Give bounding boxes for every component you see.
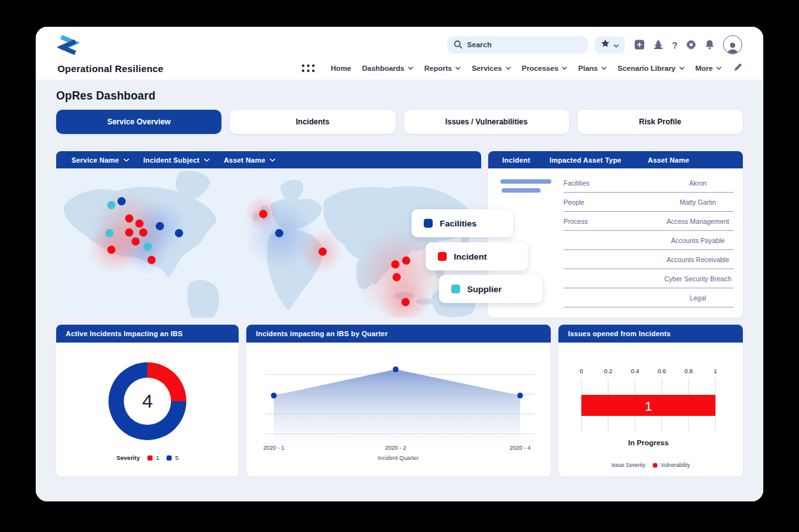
bottom-panels-row: Active Incidents Impacting an IBS 4 Seve… bbox=[56, 325, 743, 477]
filter-service-name[interactable]: Service Name bbox=[71, 156, 130, 164]
map-marker-incident[interactable] bbox=[107, 246, 116, 254]
vulnerability-label: Vulnerability bbox=[661, 462, 690, 468]
favorites-button[interactable] bbox=[595, 36, 625, 54]
area-point[interactable] bbox=[393, 367, 399, 373]
axis-tick: 0.8 bbox=[684, 367, 692, 374]
tab-service-overview[interactable]: Service Overview bbox=[56, 110, 221, 134]
nav-item-plans[interactable]: Plans bbox=[578, 64, 607, 72]
chevron-down-icon bbox=[613, 39, 619, 50]
map-marker-supplier[interactable] bbox=[105, 229, 114, 237]
map-marker-incident[interactable] bbox=[259, 210, 267, 218]
map-legend-incident[interactable]: Incident bbox=[426, 242, 528, 270]
impact-tree-icon[interactable] bbox=[653, 40, 664, 50]
tab-risk-profile[interactable]: Risk Profile bbox=[578, 110, 743, 134]
map-marker-incident[interactable] bbox=[131, 237, 140, 246]
issues-bar-chart: 0 0.2 0.4 0.6 0.8 1 1 In bbox=[558, 343, 740, 452]
asset-name-cell: Access Management bbox=[662, 218, 734, 225]
dashboard-tabs: Service Overview Incidents Issues / Vuln… bbox=[56, 110, 743, 134]
map-marker-incident[interactable] bbox=[125, 228, 133, 237]
map-marker-incident[interactable] bbox=[402, 256, 410, 265]
map-marker-incident[interactable] bbox=[391, 260, 400, 269]
table-row[interactable]: ProcessAccess Management bbox=[564, 212, 734, 231]
nav-item-reports[interactable]: Reports bbox=[424, 64, 461, 72]
area-point[interactable] bbox=[271, 393, 277, 399]
severity-1-label: 1 bbox=[156, 454, 159, 461]
table-row[interactable]: FacilitiesAkron bbox=[564, 174, 734, 193]
severity-5-swatch bbox=[167, 455, 172, 461]
severity-1-swatch bbox=[147, 455, 153, 461]
area-point[interactable] bbox=[518, 393, 523, 399]
nav-item-more[interactable]: More bbox=[696, 64, 722, 72]
asset-name-cell: Accounts Payable bbox=[662, 237, 734, 244]
page-title: OpRes Dashboard bbox=[56, 80, 743, 103]
map-marker-incident[interactable] bbox=[401, 298, 410, 306]
nav-item-services[interactable]: Services bbox=[472, 64, 511, 72]
incidents-by-quarter-title: Incidents impacting an IBS by Quarter bbox=[246, 325, 551, 343]
app-title: Operational Resilience bbox=[57, 63, 163, 74]
search-input[interactable] bbox=[467, 41, 581, 48]
bell-icon[interactable] bbox=[705, 40, 715, 50]
help-icon[interactable]: ? bbox=[672, 40, 678, 50]
axis-tick: 1 bbox=[713, 367, 717, 374]
donut-legend: Severity 1 5 bbox=[56, 454, 239, 461]
table-row[interactable]: Accounts Receivable bbox=[564, 250, 734, 269]
map-marker-facility[interactable] bbox=[275, 229, 283, 237]
map-marker-incident[interactable] bbox=[318, 248, 327, 256]
axis-tick: 0 bbox=[579, 367, 583, 374]
tab-issues-vulnerabilities[interactable]: Issues / Vulnerabilities bbox=[404, 110, 569, 134]
asset-name-cell: Legal bbox=[662, 294, 734, 302]
user-avatar[interactable] bbox=[723, 35, 742, 54]
search-box bbox=[447, 36, 588, 54]
issues-legend-title: Issue Severity bbox=[611, 462, 645, 468]
map-marker-incident[interactable] bbox=[125, 214, 133, 223]
nav-item-dashboards[interactable]: Dashboards bbox=[362, 64, 413, 72]
asset-type-cell: People bbox=[564, 198, 662, 206]
supplier-legend-label: Supplier bbox=[467, 284, 502, 294]
map-marker-incident[interactable] bbox=[139, 228, 147, 237]
map-marker-incident[interactable] bbox=[147, 256, 156, 264]
map-marker-supplier[interactable] bbox=[144, 242, 152, 251]
filter-asset-name[interactable]: Asset Name bbox=[224, 156, 276, 164]
gear-icon[interactable] bbox=[686, 40, 696, 50]
donut-center-value: 4 bbox=[142, 390, 153, 412]
column-header-impacted-asset-type: Impacted Asset Type bbox=[549, 156, 648, 164]
app-window: Operational Resilience bbox=[36, 27, 763, 501]
donut-legend-title: Severity bbox=[116, 454, 140, 461]
table-row[interactable]: PeopleMatty Gartin bbox=[564, 193, 734, 212]
issues-legend: Issue Severity Vulnerability bbox=[558, 462, 743, 468]
map-marker-facility[interactable] bbox=[156, 222, 164, 230]
supplier-swatch bbox=[451, 284, 460, 293]
map-marker-incident[interactable] bbox=[135, 219, 144, 228]
x-axis-title: Incident Quarter bbox=[378, 455, 419, 461]
map-marker-facility[interactable] bbox=[117, 197, 126, 205]
map-legend-supplier[interactable]: Supplier bbox=[439, 275, 542, 303]
app-grid-icon[interactable] bbox=[302, 64, 315, 72]
nav-item-home[interactable]: Home bbox=[331, 64, 351, 72]
table-row[interactable]: Cyber Security Breach bbox=[564, 269, 734, 288]
table-row[interactable]: Accounts Payable bbox=[564, 231, 734, 250]
world-map bbox=[56, 168, 481, 318]
x-tick-label: 2020 - 2 bbox=[385, 445, 406, 451]
severity-5-label: 5 bbox=[175, 454, 178, 461]
axis-tick: 0.6 bbox=[657, 367, 666, 374]
add-button[interactable] bbox=[634, 40, 645, 50]
pencil-icon[interactable] bbox=[733, 63, 742, 73]
table-row[interactable]: Legal bbox=[564, 288, 734, 307]
map-marker-incident[interactable] bbox=[392, 273, 401, 281]
x-tick-label: 2020 - 1 bbox=[263, 445, 284, 451]
incidents-by-quarter-card: Incidents impacting an IBS by Quarter bbox=[246, 325, 551, 477]
asset-name-cell: Accounts Receivable bbox=[662, 256, 734, 263]
nav-item-processes[interactable]: Processes bbox=[522, 64, 568, 72]
nav-item-scenario-library[interactable]: Scenario Library bbox=[618, 64, 685, 72]
map-legend-facilities[interactable]: Facilities bbox=[412, 209, 513, 237]
tab-incidents[interactable]: Incidents bbox=[230, 110, 395, 134]
column-header-incident: Incident bbox=[488, 156, 549, 164]
map-marker-supplier[interactable] bbox=[107, 201, 116, 209]
facilities-legend-label: Facilities bbox=[440, 219, 477, 228]
asset-table-header: Incident Impacted Asset Type Asset Name bbox=[488, 151, 743, 168]
map-filter-bar: Service Name Incident Subject Asset Name bbox=[56, 151, 481, 168]
map-marker-facility[interactable] bbox=[175, 229, 183, 237]
axis-tick: 0.2 bbox=[604, 367, 612, 374]
filter-incident-subject[interactable]: Incident Subject bbox=[144, 156, 210, 164]
asset-type-cell: Facilities bbox=[564, 179, 662, 187]
